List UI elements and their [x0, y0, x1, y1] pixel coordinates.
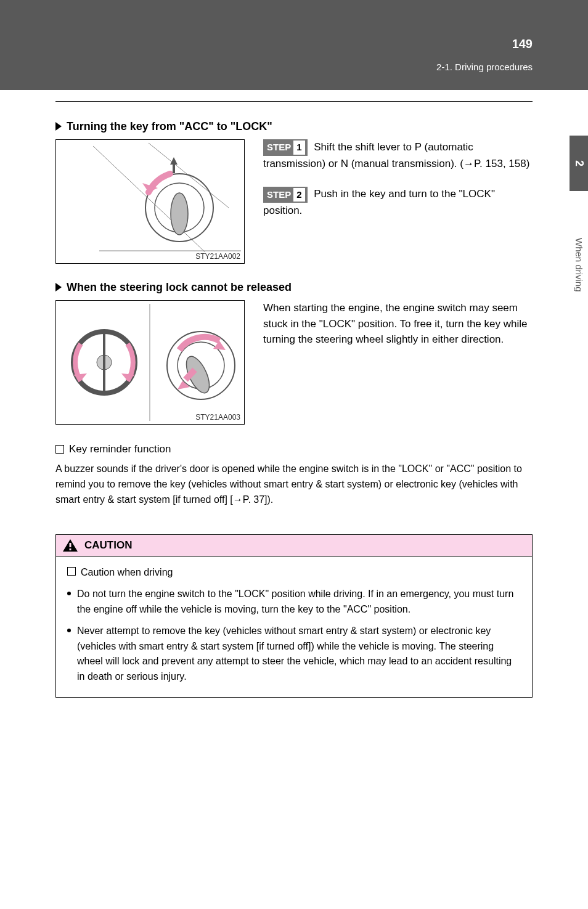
ignition-diagram-2-icon [56, 301, 244, 424]
caution-bullet1-text: Do not turn the engine switch to the "LO… [77, 587, 521, 618]
info-heading-row: Key reminder function [55, 443, 533, 455]
step2-line: STEP 2 Push in the key and turn to the "… [263, 186, 533, 218]
header-band: 149 2-1. Driving procedures [0, 0, 588, 90]
svg-point-4 [171, 193, 188, 235]
step-number-2: 2 [293, 188, 304, 202]
caution-sub-heading-row: Caution when driving [67, 565, 521, 581]
section1-heading: Turning the key from "ACC" to "LOCK" [67, 120, 272, 133]
step-badge-2: STEP 2 [263, 187, 308, 203]
caution-bullet-2: Never attempt to remove the key (vehicle… [67, 624, 521, 685]
caution-sub-heading: Caution when driving [81, 565, 173, 581]
section2-heading: When the steering lock cannot be release… [67, 281, 292, 294]
dot-bullet-icon [67, 592, 71, 595]
triangle-bullet-icon [55, 283, 62, 291]
page-number: 149 [512, 37, 533, 51]
step-number-1: 1 [293, 141, 304, 155]
info-body: A buzzer sounds if the driver's door is … [55, 462, 533, 507]
right-arrow-icon: → [463, 158, 474, 169]
section-path: 2-1. Driving procedures [436, 62, 533, 72]
ignition-diagram-1-icon [56, 140, 244, 263]
right-arrow-icon: → [233, 494, 243, 505]
step-label: STEP [267, 141, 291, 155]
warning-triangle-icon [62, 539, 78, 552]
svg-rect-21 [70, 548, 71, 550]
step-badge-1: STEP 1 [263, 139, 308, 156]
section1-row: STY21AA002 STEP 1 Shift the shift lever … [55, 139, 533, 264]
svg-marker-17 [213, 341, 226, 350]
figure2-caption: STY21AA003 [195, 413, 240, 422]
caution-title: CAUTION [84, 539, 132, 552]
caution-bullet-1: Do not turn the engine switch to the "LO… [67, 587, 521, 618]
caution-bullet2-text: Never attempt to remove the key (vehicle… [77, 624, 521, 685]
step1-line: STEP 1 Shift the shift lever to P (autom… [263, 139, 533, 171]
step1-text-b: P. 153, 158) [474, 158, 529, 169]
figure-steering-lock: STY21AA003 [55, 300, 245, 425]
caution-header: CAUTION [56, 535, 532, 556]
caution-box: CAUTION Caution when driving Do not turn… [55, 534, 533, 698]
section2-body: When starting the engine, the engine swi… [245, 300, 533, 348]
side-section-label: When driving [570, 203, 588, 327]
info-body-b: P. 37]). [243, 494, 274, 505]
svg-rect-20 [70, 543, 71, 547]
step-label: STEP [267, 188, 291, 202]
top-rule [55, 101, 533, 102]
svg-line-0 [93, 146, 210, 257]
triangle-bullet-icon [55, 122, 62, 131]
section1-heading-row: Turning the key from "ACC" to "LOCK" [55, 120, 533, 133]
section1-steps: STEP 1 Shift the shift lever to P (autom… [245, 139, 533, 234]
section2-row: STY21AA003 When starting the engine, the… [55, 300, 533, 425]
caution-body: Caution when driving Do not turn the eng… [56, 556, 532, 697]
figure-key-acc-to-lock: STY21AA002 [55, 139, 245, 264]
figure1-caption: STY21AA002 [195, 252, 240, 261]
side-tab: 2 [570, 136, 588, 191]
info-block: Key reminder function A buzzer sounds if… [55, 443, 533, 507]
square-bullet-icon [67, 567, 76, 576]
info-body-a: A buzzer sounds if the driver's door is … [55, 463, 522, 505]
dot-bullet-icon [67, 629, 71, 632]
square-bullet-icon [55, 445, 64, 454]
section2-heading-row: When the steering lock cannot be release… [55, 281, 533, 294]
info-heading: Key reminder function [69, 443, 171, 455]
